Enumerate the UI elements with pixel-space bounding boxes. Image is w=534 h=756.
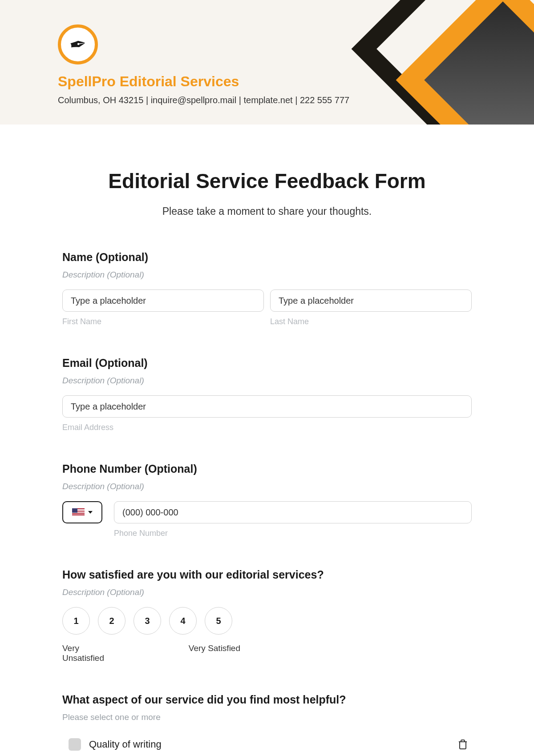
phone-sublabel: Phone Number <box>114 529 472 538</box>
rating-3[interactable]: 3 <box>134 607 161 635</box>
pen-icon: ✒ <box>67 31 89 58</box>
trash-icon[interactable] <box>457 739 468 750</box>
name-desc: Description (Optional) <box>62 270 472 280</box>
name-field-group: Name (Optional) Description (Optional) F… <box>62 251 472 326</box>
form-container: Editorial Service Feedback Form Please t… <box>62 125 472 756</box>
first-name-input[interactable] <box>62 290 264 312</box>
first-name-sublabel: First Name <box>62 317 264 326</box>
email-input[interactable] <box>62 395 472 418</box>
satisfaction-label: How satisfied are you with our editorial… <box>62 568 472 581</box>
rating-2[interactable]: 2 <box>98 607 125 635</box>
brand-logo: ✒ <box>58 24 98 64</box>
satisfaction-field-group: How satisfied are you with our editorial… <box>62 568 472 663</box>
email-label: Email (Optional) <box>62 357 472 370</box>
aspect-option-row: Quality of writing <box>62 732 472 756</box>
last-name-sublabel: Last Name <box>270 317 472 326</box>
aspect-field-group: What aspect of our service did you find … <box>62 693 472 756</box>
name-label: Name (Optional) <box>62 251 472 264</box>
form-subtitle: Please take a moment to share your thoug… <box>62 205 472 217</box>
email-sublabel: Email Address <box>62 423 472 432</box>
rating-4[interactable]: 4 <box>169 607 197 635</box>
aspect-label: What aspect of our service did you find … <box>62 693 472 706</box>
header-decoration <box>356 0 534 125</box>
rating-1[interactable]: 1 <box>62 607 90 635</box>
brand-name: SpellPro Editorial Services <box>58 73 349 90</box>
aspect-checkbox-1[interactable] <box>69 738 81 751</box>
aspect-option-1-label: Quality of writing <box>89 739 449 750</box>
phone-desc: Description (Optional) <box>62 482 472 491</box>
last-name-input[interactable] <box>270 290 472 312</box>
phone-label: Phone Number (Optional) <box>62 462 472 475</box>
email-desc: Description (Optional) <box>62 376 472 386</box>
brand-contact-line: Columbus, OH 43215 | inquire@spellpro.ma… <box>58 95 349 105</box>
flag-us-icon <box>72 508 85 516</box>
country-select[interactable] <box>62 501 102 523</box>
aspect-desc: Please select one or more <box>62 712 472 722</box>
chevron-down-icon <box>88 511 93 514</box>
form-title: Editorial Service Feedback Form <box>62 169 472 193</box>
header-banner: ✒ SpellPro Editorial Services Columbus, … <box>0 0 534 125</box>
email-field-group: Email (Optional) Description (Optional) … <box>62 357 472 432</box>
phone-input[interactable] <box>114 501 472 523</box>
phone-field-group: Phone Number (Optional) Description (Opt… <box>62 462 472 538</box>
rating-labels: Very Unsatisfied Very Satisfied <box>62 643 240 663</box>
rating-low-label: Very Unsatisfied <box>62 643 116 663</box>
rating-row: 1 2 3 4 5 <box>62 607 472 635</box>
rating-high-label: Very Satisfied <box>189 643 240 663</box>
brand-block: ✒ SpellPro Editorial Services Columbus, … <box>58 24 349 105</box>
satisfaction-desc: Description (Optional) <box>62 587 472 597</box>
rating-5[interactable]: 5 <box>205 607 232 635</box>
